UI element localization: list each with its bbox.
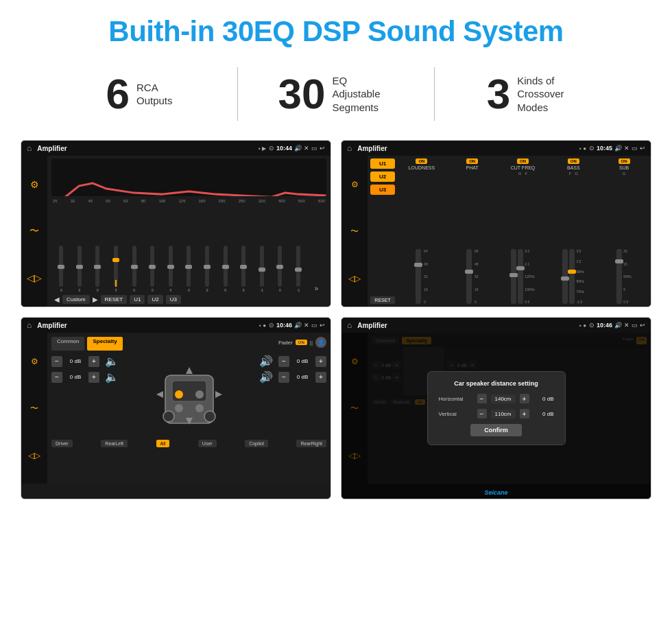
dialog-screen-container: ⌂ Amplifier ▪ ● ⊙ 10:46 🔊 ✕ ▭ ↩ ⚙ 〜 ◁▷	[341, 317, 651, 499]
stat-rca-number: 6	[106, 73, 129, 115]
dialog-horizontal-label: Horizontal	[439, 396, 473, 402]
eq-slider-14[interactable]: -1	[290, 246, 307, 292]
fader-minus-2[interactable]: −	[51, 372, 62, 383]
eq-slider-6[interactable]: 0	[144, 246, 161, 292]
cutfreq-slider-f[interactable]	[518, 249, 523, 304]
fader-plus-3[interactable]: +	[315, 356, 326, 367]
eq-slider-8[interactable]: 0	[180, 246, 197, 292]
sub-slider[interactable]	[616, 249, 622, 304]
eq-slider-7[interactable]: 0	[163, 246, 180, 292]
crossover-controls-grid: ON LOUDNESS 64 48 32 16 0	[398, 158, 648, 304]
eq-slider-9[interactable]: 0	[199, 246, 216, 292]
fader-app-title: Amplifier	[37, 322, 256, 329]
eq-reset-btn[interactable]: RESET	[101, 295, 128, 304]
btn-driver[interactable]: Driver	[51, 440, 73, 447]
eq-time: 10:44	[276, 145, 292, 152]
btn-rearleft[interactable]: RearLeft	[101, 440, 128, 447]
phat-on[interactable]: ON	[466, 158, 478, 164]
eq-prev-icon[interactable]: ◀	[54, 296, 60, 303]
crossover-speaker-icon[interactable]: ◁▷	[348, 274, 361, 283]
sub-on[interactable]: ON	[619, 158, 630, 164]
dialog-overlay: Car speaker distance setting Horizontal …	[341, 333, 651, 484]
fader-record-icon: ▪ ●	[259, 322, 266, 329]
tab-common[interactable]: Common	[51, 337, 84, 351]
eq-window-icon: ▭	[311, 145, 317, 152]
channel-u1[interactable]: U1	[370, 158, 395, 169]
eq-slider-3[interactable]: 0	[89, 246, 106, 292]
tab-specialty[interactable]: Specialty	[87, 337, 122, 351]
fader-minus-3[interactable]: −	[278, 356, 289, 367]
eq-slider-13[interactable]: 0	[272, 246, 289, 292]
btn-user[interactable]: User	[198, 440, 217, 447]
freq-32: 32	[71, 199, 75, 203]
eq-u2-btn[interactable]: U2	[147, 295, 163, 304]
eq-slider-arrow[interactable]: »	[308, 285, 325, 292]
speaker-left-rear-icon: 🔈	[105, 370, 119, 383]
loudness-on[interactable]: ON	[416, 158, 427, 164]
eq-graph	[51, 158, 326, 196]
cutfreq-on[interactable]: ON	[517, 158, 529, 164]
fader-minus-4[interactable]: −	[278, 372, 289, 383]
fader-plus-4[interactable]: +	[315, 372, 326, 383]
eq-slider-4[interactable]: 5	[108, 246, 125, 292]
crossover-back-icon: ↩	[640, 145, 645, 152]
dialog-vertical-plus[interactable]: +	[520, 409, 529, 418]
crossover-reset[interactable]: RESET	[370, 296, 395, 304]
bass-on[interactable]: ON	[568, 158, 579, 164]
btn-rearright[interactable]: RearRight	[296, 440, 326, 447]
crossover-wave-icon[interactable]: 〜	[350, 226, 359, 237]
eq-slider-2[interactable]: 0	[71, 246, 88, 292]
fader-wave-icon[interactable]: 〜	[30, 403, 38, 414]
dialog-horizontal-minus[interactable]: −	[477, 394, 487, 403]
btn-all[interactable]: All	[156, 440, 170, 447]
dialog-x-icon: ✕	[624, 322, 629, 329]
bass-slider-g[interactable]	[569, 249, 575, 304]
fader-eq-icon[interactable]: ⚙	[31, 357, 38, 366]
fader-avatar: 👤	[315, 337, 326, 348]
dialog-back-icon: ↩	[640, 322, 645, 329]
eq-u1-btn[interactable]: U1	[130, 295, 145, 304]
eq-wave-icon[interactable]: 〜	[29, 225, 39, 237]
eq-slider-5[interactable]: 0	[125, 246, 143, 292]
eq-record-icon: ▪ ▶	[259, 145, 266, 152]
channel-u3-active[interactable]: U3	[370, 185, 395, 195]
loudness-slider[interactable]	[416, 249, 421, 304]
crossover-window-icon: ▭	[632, 145, 638, 152]
freq-400: 400	[278, 199, 285, 203]
freq-125: 125	[178, 199, 185, 203]
fader-plus-2[interactable]: +	[88, 372, 99, 383]
fader-plus-1[interactable]: +	[88, 356, 99, 367]
svg-point-3	[163, 411, 174, 422]
fader-speaker-icon[interactable]: ◁▷	[28, 451, 40, 460]
speaker-right-front-icon: 🔊	[259, 355, 273, 368]
crossover-screen-container: ⌂ Amplifier ▪ ● ⊙ 10:45 🔊 ✕ ▭ ↩ ⚙ 〜 ◁▷ U…	[341, 140, 651, 307]
eq-u3-btn[interactable]: U3	[166, 295, 181, 304]
fader-toggle-icon[interactable]: ||	[310, 340, 313, 346]
eq-slider-10[interactable]: 0	[217, 246, 234, 292]
fader-on-badge[interactable]: ON	[296, 340, 307, 345]
fader-window-icon: ▭	[311, 322, 317, 329]
eq-controls: ◀ Custom ▶ RESET U1 U2 U3	[51, 292, 326, 304]
eq-custom-btn[interactable]: Custom	[62, 295, 90, 304]
channel-u2[interactable]: U2	[370, 172, 395, 182]
eq-slider-11[interactable]: 0	[235, 246, 252, 292]
confirm-button[interactable]: Confirm	[470, 424, 522, 436]
eq-settings-icon[interactable]: ⚙	[30, 179, 39, 190]
crossover-sidebar: ⚙ 〜 ◁▷	[341, 156, 368, 307]
eq-speaker-icon[interactable]: ◁▷	[27, 272, 42, 283]
crossover-content: U1 U2 U3 RESET ON LOUDNESS	[368, 156, 651, 307]
loudness-label: LOUDNESS	[409, 165, 435, 170]
crossover-eq-icon[interactable]: ⚙	[351, 180, 359, 189]
eq-slider-12[interactable]: -1	[254, 246, 271, 292]
eq-slider-1[interactable]: 0	[53, 246, 70, 292]
cutfreq-slider-g[interactable]	[511, 249, 516, 304]
fader-minus-1[interactable]: −	[51, 356, 62, 367]
eq-next-icon[interactable]: ▶	[93, 296, 98, 303]
cutfreq-col: ON CUT FREQ G F 3.0	[499, 158, 547, 304]
phat-slider[interactable]	[466, 249, 472, 304]
btn-copilot[interactable]: Copilot	[245, 440, 268, 447]
dialog-horizontal-plus[interactable]: +	[520, 394, 529, 403]
bass-slider-f[interactable]	[562, 249, 568, 304]
dialog-vertical-minus[interactable]: −	[477, 409, 487, 418]
crossover-location-icon: ⊙	[589, 145, 595, 152]
